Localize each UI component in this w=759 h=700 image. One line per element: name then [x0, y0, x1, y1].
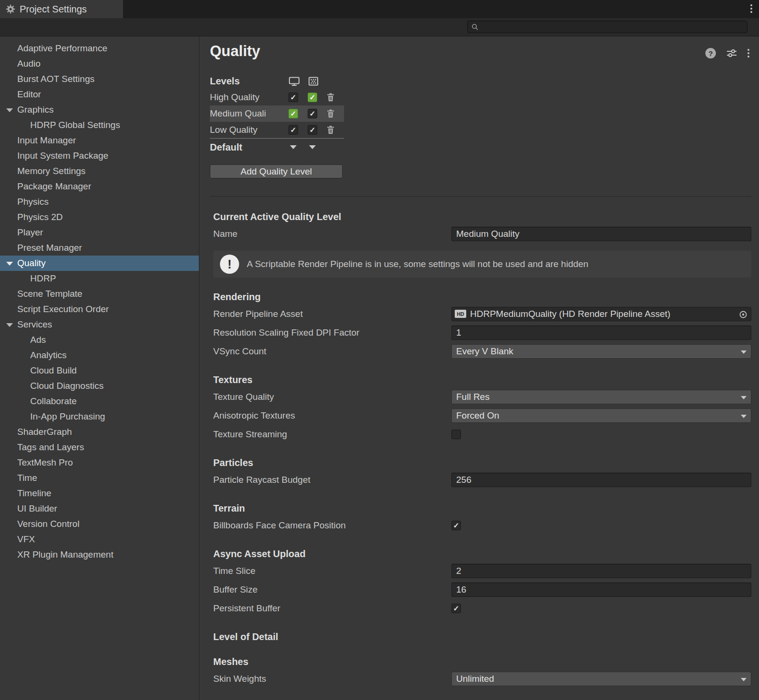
- sidebar-item-textmesh-pro[interactable]: TextMesh Pro: [0, 455, 199, 470]
- time-slice-field[interactable]: 2: [451, 564, 751, 578]
- toolbar: [0, 18, 759, 36]
- sidebar-item-hdrp-global-settings[interactable]: HDRP Global Settings: [0, 117, 199, 133]
- trash-icon[interactable]: [326, 109, 335, 118]
- sidebar-item-in-app-purchasing[interactable]: In-App Purchasing: [0, 409, 199, 424]
- persistent-buffer-label: Persistent Buffer: [213, 603, 451, 614]
- sidebar-item-graphics[interactable]: Graphics: [0, 102, 199, 117]
- sidebar-item-audio[interactable]: Audio: [0, 56, 199, 71]
- info-icon: [220, 255, 239, 274]
- sidebar-item-input-manager[interactable]: Input Manager: [0, 133, 199, 148]
- desktop-platform-icon: [288, 76, 300, 86]
- dpi-factor-label: Resolution Scaling Fixed DPI Factor: [213, 327, 451, 338]
- sidebar-item-analytics[interactable]: Analytics: [0, 348, 199, 363]
- quality-settings-panel: Quality ? Levels: [199, 36, 759, 700]
- panel-menu-icon[interactable]: [748, 49, 749, 58]
- persistent-buffer-checkbox[interactable]: [451, 604, 461, 613]
- sidebar-item-services[interactable]: Services: [0, 317, 199, 332]
- presets-icon[interactable]: [726, 49, 737, 58]
- tab-project-settings[interactable]: Project Settings: [0, 0, 124, 18]
- sidebar-item-script-execution-order[interactable]: Script Execution Order: [0, 302, 199, 317]
- sidebar-item-shadergraph[interactable]: ShaderGraph: [0, 424, 199, 440]
- settings-sidebar: Adaptive Performance Audio Burst AOT Set…: [0, 36, 199, 700]
- hd-asset-icon: HD: [455, 310, 466, 318]
- srp-info-box: A Scriptable Render Pipeline is in use, …: [213, 251, 751, 278]
- render-pipeline-asset-field[interactable]: HD HDRPMediumQuality (HD Render Pipeline…: [451, 307, 751, 321]
- sidebar-item-memory-settings[interactable]: Memory Settings: [0, 163, 199, 179]
- sidebar-item-package-manager[interactable]: Package Manager: [0, 179, 199, 194]
- search-input[interactable]: [482, 23, 743, 32]
- sidebar-item-player[interactable]: Player: [0, 225, 199, 240]
- window-menu-icon[interactable]: [750, 4, 752, 13]
- particle-raycast-budget-label: Particle Raycast Budget: [213, 475, 451, 485]
- sidebar-item-editor[interactable]: Editor: [0, 87, 199, 102]
- particle-raycast-budget-field[interactable]: 256: [451, 473, 751, 487]
- name-field[interactable]: Medium Quality: [451, 227, 751, 241]
- dedicated-server-platform-icon: [308, 76, 319, 86]
- default-quality-dropdown-icon[interactable]: [290, 145, 297, 149]
- section-particles: Particles: [213, 457, 751, 468]
- sidebar-item-physics[interactable]: Physics: [0, 194, 199, 210]
- section-terrain: Terrain: [213, 502, 751, 514]
- tab-title: Project Settings: [20, 4, 87, 15]
- section-async-asset-upload: Async Asset Upload: [213, 548, 751, 560]
- quality-level-row-medium[interactable]: Medium Quali: [210, 105, 344, 122]
- sidebar-item-tags-and-layers[interactable]: Tags and Layers: [0, 440, 199, 455]
- sidebar-item-time[interactable]: Time: [0, 470, 199, 486]
- sidebar-item-ads[interactable]: Ads: [0, 332, 199, 348]
- help-icon[interactable]: ?: [705, 48, 716, 58]
- gear-icon: [6, 4, 15, 14]
- quality-levels-table: Levels: [210, 73, 751, 156]
- trash-icon[interactable]: [326, 93, 335, 102]
- quality-level-name: High Quality: [210, 92, 288, 103]
- billboards-face-camera-label: Billboards Face Camera Position: [213, 520, 451, 531]
- sidebar-item-timeline[interactable]: Timeline: [0, 486, 199, 501]
- sidebar-item-vfx[interactable]: VFX: [0, 532, 199, 547]
- anisotropic-textures-dropdown[interactable]: Forced On: [451, 408, 751, 423]
- sidebar-item-quality[interactable]: Quality: [0, 256, 199, 271]
- platform-quality-checkbox[interactable]: [288, 93, 298, 102]
- texture-quality-label: Texture Quality: [213, 392, 451, 402]
- platform-quality-checkbox[interactable]: [288, 109, 298, 118]
- object-picker-icon[interactable]: [739, 310, 748, 321]
- quality-level-row-high[interactable]: High Quality: [210, 89, 344, 105]
- section-rendering: Rendering: [213, 291, 751, 303]
- time-slice-label: Time Slice: [213, 566, 451, 576]
- skin-weights-label: Skin Weights: [213, 674, 451, 684]
- sidebar-item-input-system-package[interactable]: Input System Package: [0, 148, 199, 163]
- platform-quality-checkbox[interactable]: [288, 125, 298, 135]
- add-quality-level-button[interactable]: Add Quality Level: [210, 164, 343, 178]
- platform-quality-checkbox[interactable]: [308, 109, 317, 118]
- buffer-size-field[interactable]: 16: [451, 583, 751, 597]
- sidebar-item-ui-builder[interactable]: UI Builder: [0, 501, 199, 516]
- sidebar-item-version-control[interactable]: Version Control: [0, 516, 199, 532]
- sidebar-item-hdrp[interactable]: HDRP: [0, 271, 199, 286]
- sidebar-item-burst-aot-settings[interactable]: Burst AOT Settings: [0, 71, 199, 87]
- search-box[interactable]: [467, 21, 748, 33]
- sidebar-item-scene-template[interactable]: Scene Template: [0, 286, 199, 302]
- quality-level-row-low[interactable]: Low Quality: [210, 122, 344, 138]
- default-label: Default: [210, 142, 242, 153]
- window-titlebar: Project Settings: [0, 0, 759, 18]
- sidebar-item-preset-manager[interactable]: Preset Manager: [0, 240, 199, 256]
- sidebar-item-cloud-build[interactable]: Cloud Build: [0, 363, 199, 378]
- sidebar-item-collaborate[interactable]: Collaborate: [0, 394, 199, 409]
- billboards-face-camera-checkbox[interactable]: [451, 521, 461, 530]
- name-label: Name: [213, 229, 451, 239]
- default-quality-dropdown-icon[interactable]: [309, 145, 316, 149]
- anisotropic-textures-label: Anisotropic Textures: [213, 410, 451, 421]
- sidebar-item-cloud-diagnostics[interactable]: Cloud Diagnostics: [0, 378, 199, 394]
- skin-weights-dropdown[interactable]: Unlimited: [451, 672, 751, 686]
- levels-heading: Levels: [210, 76, 288, 87]
- texture-streaming-checkbox[interactable]: [451, 430, 461, 439]
- render-pipeline-asset-label: Render Pipeline Asset: [213, 309, 451, 319]
- platform-quality-checkbox[interactable]: [308, 93, 317, 102]
- section-current-active-quality-level: Current Active Quality Level: [213, 211, 751, 222]
- platform-quality-checkbox[interactable]: [308, 125, 317, 135]
- sidebar-item-physics-2d[interactable]: Physics 2D: [0, 210, 199, 225]
- sidebar-item-adaptive-performance[interactable]: Adaptive Performance: [0, 41, 199, 56]
- texture-quality-dropdown[interactable]: Full Res: [451, 390, 751, 404]
- trash-icon[interactable]: [326, 125, 335, 135]
- vsync-count-dropdown[interactable]: Every V Blank: [451, 344, 751, 359]
- sidebar-item-xr-plugin-management[interactable]: XR Plugin Management: [0, 547, 199, 562]
- dpi-factor-field[interactable]: 1: [451, 326, 751, 340]
